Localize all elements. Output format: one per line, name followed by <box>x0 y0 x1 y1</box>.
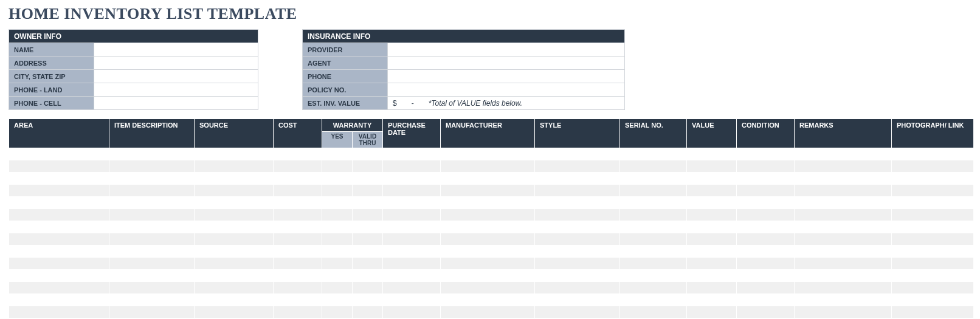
table-cell[interactable] <box>737 209 795 221</box>
table-cell[interactable] <box>687 282 737 294</box>
table-cell[interactable] <box>687 209 737 221</box>
table-cell[interactable] <box>620 185 687 197</box>
table-cell[interactable] <box>353 185 383 197</box>
table-cell[interactable] <box>383 294 441 306</box>
table-cell[interactable] <box>737 148 795 160</box>
table-cell[interactable] <box>535 233 620 245</box>
table-cell[interactable] <box>322 148 353 160</box>
table-cell[interactable] <box>535 209 620 221</box>
table-cell[interactable] <box>109 270 195 282</box>
table-cell[interactable] <box>322 197 353 209</box>
table-cell[interactable] <box>620 160 687 173</box>
table-cell[interactable] <box>795 197 892 209</box>
table-cell[interactable] <box>892 197 974 209</box>
table-cell[interactable] <box>892 306 974 318</box>
table-cell[interactable] <box>737 294 795 306</box>
table-cell[interactable] <box>441 209 535 221</box>
table-cell[interactable] <box>322 185 353 197</box>
table-cell[interactable] <box>737 258 795 270</box>
table-cell[interactable] <box>620 270 687 282</box>
table-cell[interactable] <box>892 209 974 221</box>
table-cell[interactable] <box>274 221 322 233</box>
table-cell[interactable] <box>322 221 353 233</box>
table-cell[interactable] <box>892 185 974 197</box>
table-cell[interactable] <box>383 148 441 160</box>
table-cell[interactable] <box>109 160 195 173</box>
table-cell[interactable] <box>322 245 353 258</box>
table-cell[interactable] <box>535 282 620 294</box>
table-cell[interactable] <box>353 197 383 209</box>
table-cell[interactable] <box>737 197 795 209</box>
owner-phone-cell-value[interactable] <box>94 97 258 110</box>
table-cell[interactable] <box>441 245 535 258</box>
table-cell[interactable] <box>737 282 795 294</box>
table-cell[interactable] <box>195 306 274 318</box>
table-cell[interactable] <box>620 282 687 294</box>
table-cell[interactable] <box>383 197 441 209</box>
table-cell[interactable] <box>795 245 892 258</box>
table-cell[interactable] <box>687 258 737 270</box>
table-cell[interactable] <box>441 306 535 318</box>
table-cell[interactable] <box>383 160 441 173</box>
table-cell[interactable] <box>274 173 322 185</box>
table-cell[interactable] <box>109 306 195 318</box>
table-cell[interactable] <box>535 148 620 160</box>
table-cell[interactable] <box>441 221 535 233</box>
table-cell[interactable] <box>795 233 892 245</box>
table-cell[interactable] <box>353 294 383 306</box>
table-cell[interactable] <box>109 197 195 209</box>
owner-address-value[interactable] <box>94 57 258 70</box>
table-cell[interactable] <box>441 233 535 245</box>
table-cell[interactable] <box>9 148 109 160</box>
table-cell[interactable] <box>322 306 353 318</box>
table-cell[interactable] <box>892 173 974 185</box>
table-cell[interactable] <box>322 270 353 282</box>
table-cell[interactable] <box>9 294 109 306</box>
table-cell[interactable] <box>195 148 274 160</box>
table-cell[interactable] <box>737 221 795 233</box>
table-cell[interactable] <box>687 233 737 245</box>
table-cell[interactable] <box>353 148 383 160</box>
table-cell[interactable] <box>274 294 322 306</box>
table-cell[interactable] <box>892 258 974 270</box>
table-cell[interactable] <box>795 258 892 270</box>
owner-name-value[interactable] <box>94 43 258 57</box>
table-cell[interactable] <box>383 258 441 270</box>
table-cell[interactable] <box>383 233 441 245</box>
table-cell[interactable] <box>383 209 441 221</box>
table-cell[interactable] <box>322 258 353 270</box>
table-cell[interactable] <box>737 233 795 245</box>
table-cell[interactable] <box>620 209 687 221</box>
table-cell[interactable] <box>195 185 274 197</box>
table-cell[interactable] <box>441 270 535 282</box>
table-cell[interactable] <box>737 160 795 173</box>
table-cell[interactable] <box>274 306 322 318</box>
table-cell[interactable] <box>535 221 620 233</box>
table-cell[interactable] <box>322 294 353 306</box>
table-cell[interactable] <box>687 160 737 173</box>
table-cell[interactable] <box>535 160 620 173</box>
table-cell[interactable] <box>274 148 322 160</box>
table-cell[interactable] <box>892 270 974 282</box>
table-cell[interactable] <box>195 294 274 306</box>
table-cell[interactable] <box>9 258 109 270</box>
table-cell[interactable] <box>620 173 687 185</box>
table-cell[interactable] <box>383 306 441 318</box>
table-cell[interactable] <box>109 221 195 233</box>
table-cell[interactable] <box>620 221 687 233</box>
owner-phone-land-value[interactable] <box>94 83 258 97</box>
table-cell[interactable] <box>195 160 274 173</box>
table-cell[interactable] <box>892 245 974 258</box>
table-cell[interactable] <box>795 173 892 185</box>
table-cell[interactable] <box>441 160 535 173</box>
table-cell[interactable] <box>687 148 737 160</box>
table-cell[interactable] <box>109 258 195 270</box>
table-cell[interactable] <box>620 258 687 270</box>
table-cell[interactable] <box>274 270 322 282</box>
table-cell[interactable] <box>195 270 274 282</box>
table-cell[interactable] <box>687 197 737 209</box>
table-cell[interactable] <box>9 306 109 318</box>
table-cell[interactable] <box>274 197 322 209</box>
table-cell[interactable] <box>535 258 620 270</box>
table-cell[interactable] <box>892 148 974 160</box>
